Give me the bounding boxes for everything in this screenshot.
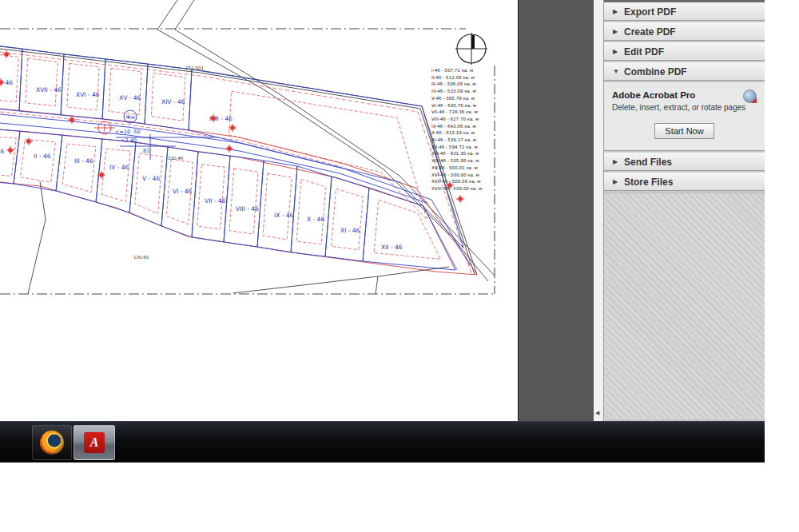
parcel-boundary — [363, 188, 455, 270]
block-top-edge-1 — [0, 46, 477, 275]
section-create-pdf[interactable]: ▶ Create PDF — [604, 22, 765, 41]
legend-entry: XV-46 - 500.01 кв. м — [431, 165, 478, 170]
block-top-edge-2 — [0, 49, 475, 275]
svg-text:Жм: Жм — [125, 114, 135, 121]
firefox-icon — [40, 431, 64, 455]
combine-pdf-content: Adobe Acrobat Pro Delete, insert, extrac… — [604, 82, 765, 151]
parcel-setback-line — [332, 189, 364, 249]
parcel-label: VIII - 46 — [236, 205, 259, 212]
parcel-boundary — [129, 142, 168, 226]
chevron-right-icon: ▶ — [613, 158, 624, 165]
section-label: Edit PDF — [624, 46, 664, 58]
panel-splitter[interactable]: ◀ — [594, 0, 604, 421]
section-export-pdf[interactable]: ▶ Export PDF — [604, 2, 765, 21]
map-annotation: 130.60 — [133, 255, 149, 260]
screen: XVIII - 46XVII - 46XVI - 46XV - 46XIV - … — [0, 0, 799, 532]
parcel-label: III - 46 — [74, 157, 93, 165]
legend-entry: XIII-46 - 931.30 кв. м — [431, 151, 479, 156]
legend-entry: XIV-46 - 535.88 кв. м — [431, 158, 479, 163]
legend-entry: IX-46 - 643.06 кв. м — [431, 124, 476, 129]
parcel-label: XIV - 46 — [161, 98, 185, 105]
map-annotation: 151-501 — [185, 66, 204, 70]
parcel-label: II - 46 — [34, 153, 51, 160]
legend-entry: XVIII-46 - 500.00 кв. м — [431, 186, 482, 191]
terrain-line-drop — [376, 276, 378, 294]
chevron-down-icon: ▼ — [613, 68, 624, 75]
legend-entry: IV-46 - 533.09 кв. м — [431, 89, 476, 93]
taskbar-acrobat-button[interactable]: A — [74, 425, 115, 460]
parcel-setback-line — [229, 169, 258, 234]
utility-marker-icon — [6, 146, 14, 154]
chevron-right-icon: ▶ — [613, 178, 624, 185]
north-arrow-icon — [455, 33, 487, 65]
parcel-label: X - 46 — [307, 216, 324, 223]
parcel-setback-line — [0, 137, 16, 177]
utility-marker-icon — [25, 137, 33, 145]
parcel-label: VI - 46 — [173, 188, 193, 195]
parcel-label: IV - 46 — [109, 164, 129, 171]
legend-entry: XI-46 - 539.17 кв. м — [431, 137, 476, 142]
section-label: Send Files — [624, 157, 672, 168]
parcel-setback-line — [296, 179, 326, 244]
legend-entry: VII-46 - 728.36 кв. м — [431, 109, 478, 114]
parcel-label: XII - 46 — [381, 244, 403, 251]
legend-entry: I-46 - 507.71 кв. м — [431, 68, 473, 73]
parcel-label: V - 46 — [142, 175, 160, 182]
pdf-page: XVIII - 46XVII - 46XVI - 46XV - 46XIV - … — [0, 0, 519, 421]
parcel-setback-line — [263, 173, 292, 240]
taskbar: ✆ 18 A » Links Desktop Libraries » EN ▼ … — [0, 421, 765, 463]
parcel-setback-line — [26, 58, 58, 106]
chevron-right-icon: ▶ — [613, 8, 624, 15]
terrain-line-bottom — [233, 267, 449, 293]
utility-marker-icon — [456, 195, 464, 203]
panel-collapse-icon[interactable]: ◀ — [595, 410, 599, 416]
parcel-setback-line — [21, 139, 56, 182]
block-top-setback — [0, 52, 471, 273]
section-label: Combine PDF — [624, 66, 687, 77]
legend-entry: X-46 - 615.19 кв. м — [431, 130, 475, 135]
section-combine-pdf[interactable]: ▼ Combine PDF — [604, 62, 765, 81]
parcel-setback-line — [151, 73, 185, 121]
legend-entry: XVI-46 - 500.00 кв. м — [431, 173, 479, 177]
parcel-label: I - 46 — [0, 148, 4, 155]
parcel-label: VII - 46 — [205, 197, 226, 204]
legend-entry: XVII-46 - 500.00 кв. м — [431, 179, 480, 184]
diagonal-road-stub-1 — [157, 0, 177, 30]
chevron-right-icon: ▶ — [613, 28, 624, 35]
section-label: Export PDF — [624, 6, 676, 18]
tools-panel: ▶ Export PDF ▶ Create PDF ▶ Edit PDF ▼ C… — [604, 0, 765, 421]
parcel-setback-line — [101, 149, 130, 201]
legend-entry: VI-46 - 635.76 кв. м — [431, 103, 476, 108]
section-label: Store Files — [624, 177, 673, 188]
taskbar-firefox-button[interactable] — [32, 425, 72, 460]
legend-entry: III-46 - 506.06 кв. м — [431, 81, 475, 86]
section-store-files[interactable]: ▶ Store Files — [604, 173, 765, 191]
parcel-label: IX - 46 — [274, 212, 294, 219]
map-annotation: 130.46 — [168, 156, 184, 161]
cadastral-map: XVIII - 46XVII - 46XVI - 46XV - 46XIV - … — [0, 0, 518, 421]
legend-entry: II-46 - 512.08 кв. м — [431, 75, 475, 80]
parcel-setback-line — [62, 144, 96, 192]
parcel-setback-line — [109, 68, 141, 114]
start-now-button[interactable]: Start Now — [654, 123, 714, 139]
road-annotation: 81 — [143, 148, 149, 154]
parcel-setback-line — [135, 153, 163, 214]
utility-marker-icon — [225, 145, 233, 153]
section-send-files[interactable]: ▶ Send Files — [604, 153, 765, 171]
parcel-label: XVII - 46 — [36, 86, 62, 93]
block-bottom-edge — [0, 182, 477, 275]
combine-title: Adobe Acrobat Pro — [612, 90, 757, 100]
section-label: Create PDF — [624, 26, 676, 38]
parcel-boundary — [325, 177, 369, 261]
legend-entry: XII-46 - 594.72 кв. м — [431, 145, 478, 149]
legend-entry: V-46 - 585.79 кв. м — [431, 96, 475, 101]
combine-files-icon — [743, 89, 757, 103]
legend-entry: VIII-46 - 627.70 кв. м — [431, 117, 479, 121]
chevron-right-icon: ▶ — [613, 48, 624, 55]
parcel-label: XI - 46 — [340, 227, 360, 234]
parcel-label: XV - 46 — [119, 94, 141, 101]
combine-subtitle: Delete, insert, extract, or rotate pages — [612, 103, 757, 112]
parcel-boundary — [14, 131, 62, 191]
utility-marker-icon — [2, 50, 10, 58]
section-edit-pdf[interactable]: ▶ Edit PDF — [604, 42, 765, 61]
